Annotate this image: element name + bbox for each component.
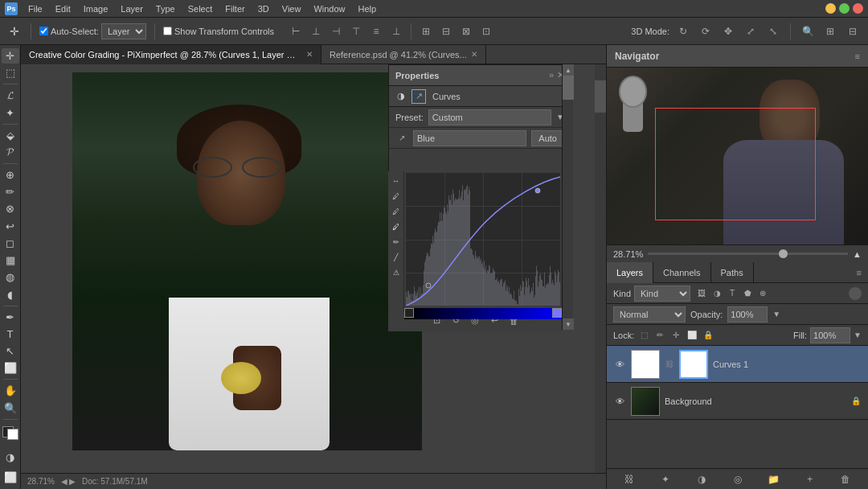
canvas-scroll-vertical[interactable] [595, 64, 606, 478]
status-nav-next[interactable]: ▶ [69, 477, 76, 486]
tab-channels[interactable]: Channels [653, 262, 710, 283]
menu-file[interactable]: File [23, 2, 48, 15]
filter-type-icon[interactable]: T [726, 287, 739, 300]
align-center-v-icon[interactable]: ≡ [367, 23, 385, 40]
opacity-input[interactable] [727, 306, 768, 323]
menu-window[interactable]: Window [308, 2, 350, 15]
shape-tool[interactable]: ⬜ [2, 360, 19, 376]
curves-select-tool[interactable]: ↔ [390, 175, 403, 187]
gradient-right-stop[interactable] [552, 308, 562, 318]
minimize-button[interactable] [825, 3, 836, 14]
curves-smooth-tool[interactable]: ╱ [390, 251, 403, 264]
scroll-thumb[interactable] [563, 76, 574, 100]
show-transform-input[interactable] [163, 27, 172, 35]
dodge-tool[interactable]: ◖ [2, 286, 19, 302]
orbit-3d-icon[interactable]: ⟳ [697, 23, 714, 40]
eraser-tool[interactable]: ◻ [2, 236, 19, 251]
channel-select[interactable]: Blue [413, 130, 526, 146]
lock-paint-icon[interactable]: ✏ [653, 329, 666, 342]
menu-select[interactable]: Select [182, 2, 219, 15]
color-swatch[interactable] [2, 426, 18, 440]
text-tool[interactable]: T [2, 327, 19, 342]
curves-gradient-slider[interactable] [404, 308, 562, 319]
brightness-contrast-icon[interactable]: ◑ [394, 89, 408, 104]
scroll-up-btn[interactable]: ▲ [563, 64, 574, 76]
brush-tool[interactable]: ✏ [2, 184, 19, 199]
layer-background-eye[interactable]: 👁 [613, 395, 626, 408]
eyedropper-tool[interactable]: 𝓟 [2, 145, 19, 160]
preset-select[interactable]: Custom [428, 109, 551, 125]
new-group-btn[interactable]: 📁 [766, 471, 782, 487]
layer-item-background[interactable]: 👁 Background 🔒 [607, 383, 868, 420]
clone-tool[interactable]: ⊗ [2, 201, 19, 216]
curve-point-black[interactable] [426, 283, 431, 288]
move-tool[interactable]: ✛ [2, 48, 19, 64]
marquee-tool[interactable]: ⬚ [2, 65, 19, 80]
align-center-h-icon[interactable]: ⊥ [307, 23, 325, 40]
pan-3d-icon[interactable]: ✥ [719, 23, 737, 40]
menu-view[interactable]: View [276, 2, 307, 15]
curves-eyedropper-white[interactable]: 🖊 [390, 220, 403, 233]
zoom-slider-thumb[interactable] [779, 249, 788, 258]
lock-all-icon[interactable]: 🔒 [702, 329, 714, 342]
curves-eyedropper-gray[interactable]: 🖊 [390, 205, 403, 218]
zoom-slider[interactable] [648, 253, 848, 255]
menu-help[interactable]: Help [353, 2, 383, 15]
quick-select-tool[interactable]: ✦ [2, 105, 19, 121]
filter-adjustment-icon[interactable]: ◑ [710, 287, 723, 300]
lock-artboard-icon[interactable]: ⬜ [686, 329, 698, 342]
menu-layer[interactable]: Layer [115, 2, 149, 15]
nav-view-box[interactable] [655, 108, 816, 220]
menu-type[interactable]: Type [150, 2, 181, 15]
layer-style-btn[interactable]: ✦ [657, 471, 674, 487]
auto-select-dropdown[interactable]: Layer [101, 23, 146, 39]
blend-mode-select[interactable]: Normal [613, 306, 686, 323]
workspace-icon[interactable]: ⊞ [821, 23, 839, 40]
kind-select[interactable]: Kind [634, 286, 690, 302]
tab-paths[interactable]: Paths [711, 262, 754, 283]
distribute-left-icon[interactable]: ⊞ [417, 23, 435, 40]
quick-mask-btn[interactable]: ◑ [2, 448, 19, 466]
tab-curves[interactable]: Creative Color Grading - PiXimperfect @ … [21, 45, 321, 64]
slide-3d-icon[interactable]: ⤢ [742, 23, 760, 40]
lock-transparent-icon[interactable]: ⬚ [637, 329, 650, 342]
search-icon[interactable]: 🔍 [799, 23, 817, 40]
tab-reference-close[interactable]: ✕ [471, 50, 477, 59]
layer-mask-btn[interactable]: ◑ [694, 471, 710, 487]
pen-tool[interactable]: ✒ [2, 310, 19, 325]
menu-filter[interactable]: Filter [219, 2, 250, 15]
auto-select-input[interactable] [39, 27, 48, 35]
curves-pencil-tool[interactable]: ✏ [390, 236, 403, 249]
scroll-down-btn[interactable]: ▼ [563, 318, 574, 330]
navigator-options-icon[interactable]: ≡ [855, 51, 860, 61]
curve-point-white[interactable] [535, 188, 540, 193]
align-top-icon[interactable]: ⊤ [347, 23, 365, 40]
menu-3d[interactable]: 3D [252, 2, 275, 15]
rotate-3d-icon[interactable]: ↻ [674, 23, 692, 40]
menu-image[interactable]: Image [78, 2, 114, 15]
tab-layers[interactable]: Layers [607, 262, 653, 283]
curves-layer-icon[interactable]: ↗ [411, 89, 426, 104]
fill-input[interactable] [810, 327, 850, 343]
zoom-tool[interactable]: 🔍 [2, 401, 19, 416]
align-bottom-icon[interactable]: ⊥ [387, 23, 405, 40]
layer-item-curves1[interactable]: 👁 ⛓ Curves 1 [607, 346, 868, 383]
screen-mode-btn[interactable]: ⬜ [2, 468, 19, 486]
arrange-windows-icon[interactable]: ⊟ [844, 23, 862, 40]
background-color[interactable] [7, 429, 18, 440]
history-brush-tool[interactable]: ↩ [2, 219, 19, 234]
gradient-left-stop[interactable] [404, 308, 414, 318]
lasso-tool[interactable]: 𝓛 [2, 88, 19, 103]
distribute-top-icon[interactable]: ⊡ [477, 23, 495, 40]
healing-tool[interactable]: ⊕ [2, 167, 19, 183]
new-layer-btn[interactable]: + [802, 471, 818, 487]
curves-graph-inner[interactable] [406, 173, 560, 306]
scale-3d-icon[interactable]: ⤡ [764, 23, 782, 40]
close-button[interactable] [853, 3, 863, 14]
align-left-icon[interactable]: ⊢ [287, 23, 305, 40]
distribute-center-h-icon[interactable]: ⊟ [437, 23, 455, 40]
show-transform-checkbox[interactable]: Show Transform Controls [163, 27, 274, 36]
panel-expand-icon[interactable]: » [549, 70, 554, 80]
auto-select-checkbox[interactable]: Auto-Select: Layer [39, 23, 146, 39]
blur-tool[interactable]: ◍ [2, 269, 19, 285]
